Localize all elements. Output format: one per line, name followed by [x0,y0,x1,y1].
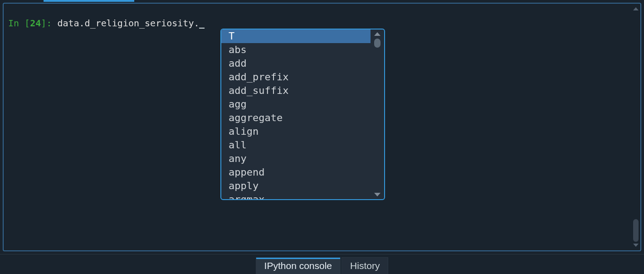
autocomplete-item[interactable]: abs [221,43,371,57]
scroll-up-icon[interactable] [633,7,639,10]
prompt-close: ]: [41,18,57,29]
bottom-tab-bar: IPython console History [0,254,644,274]
code-input-text[interactable]: data.d_religion_seriosity. [57,18,199,29]
autocomplete-item[interactable]: all [221,138,371,152]
console-scroll-thumb[interactable] [633,219,639,242]
autocomplete-scrollbar[interactable] [372,31,382,197]
autocomplete-item[interactable]: T [221,29,371,43]
autocomplete-item[interactable]: align [221,125,371,138]
autocomplete-item[interactable]: add [221,57,371,70]
tab-ipython-console[interactable]: IPython console [256,257,341,274]
console-scrollbar[interactable] [632,5,639,249]
autocomplete-list[interactable]: T abs add add_prefix add_suffix agg aggr… [221,29,371,199]
scroll-up-icon[interactable] [374,32,381,36]
text-cursor [199,19,205,29]
autocomplete-item[interactable]: agg [221,98,371,111]
autocomplete-item[interactable]: add_suffix [221,84,371,98]
autocomplete-scroll-track[interactable] [374,39,381,190]
top-tab-indicator [44,0,134,2]
scroll-down-icon[interactable] [374,193,381,196]
autocomplete-item[interactable]: argmax [221,193,371,199]
autocomplete-item[interactable]: any [221,152,371,166]
autocomplete-item[interactable]: add_prefix [221,70,371,84]
console-frame: In [24]: data.d_religion_seriosity. T ab… [3,3,641,251]
scroll-down-icon[interactable] [633,244,639,247]
autocomplete-item[interactable]: apply [221,179,371,193]
autocomplete-popup[interactable]: T abs add add_prefix add_suffix agg aggr… [220,29,385,200]
prompt-in-label: In [ [8,18,30,29]
autocomplete-item[interactable]: aggregate [221,111,371,125]
prompt-number: 24 [30,18,41,29]
autocomplete-scroll-thumb[interactable] [374,39,381,48]
console-scroll-track[interactable] [633,12,639,242]
autocomplete-item[interactable]: append [221,166,371,179]
prompt-line[interactable]: In [24]: data.d_religion_seriosity. [8,17,629,29]
tab-history[interactable]: History [342,257,388,274]
